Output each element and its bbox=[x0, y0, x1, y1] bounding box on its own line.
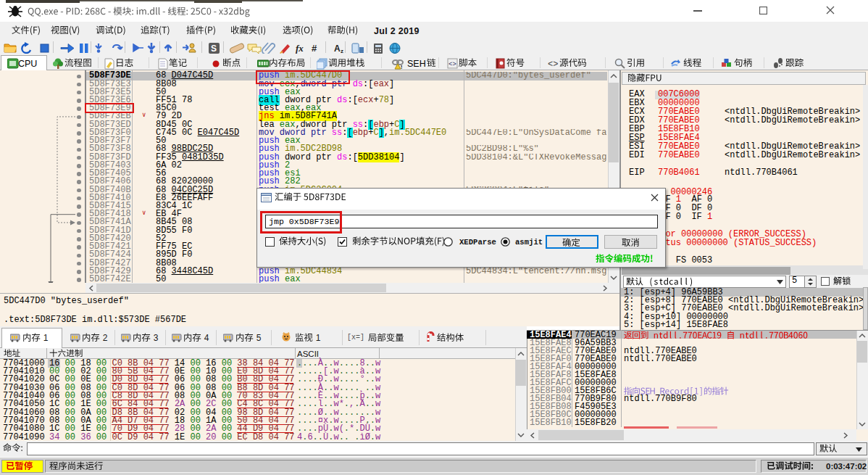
svg-text:A: A bbox=[334, 44, 341, 54]
svg-text:[x=]: [x=] bbox=[347, 334, 364, 342]
svg-text:S: S bbox=[211, 44, 217, 54]
svg-text:!: ! bbox=[401, 65, 402, 70]
svg-text:z: z bbox=[341, 48, 343, 54]
svg-text:<>: <> bbox=[548, 59, 558, 70]
svg-text:#: # bbox=[312, 43, 317, 54]
svg-text:fx: fx bbox=[296, 43, 304, 54]
svg-text:<>: <> bbox=[448, 61, 456, 68]
